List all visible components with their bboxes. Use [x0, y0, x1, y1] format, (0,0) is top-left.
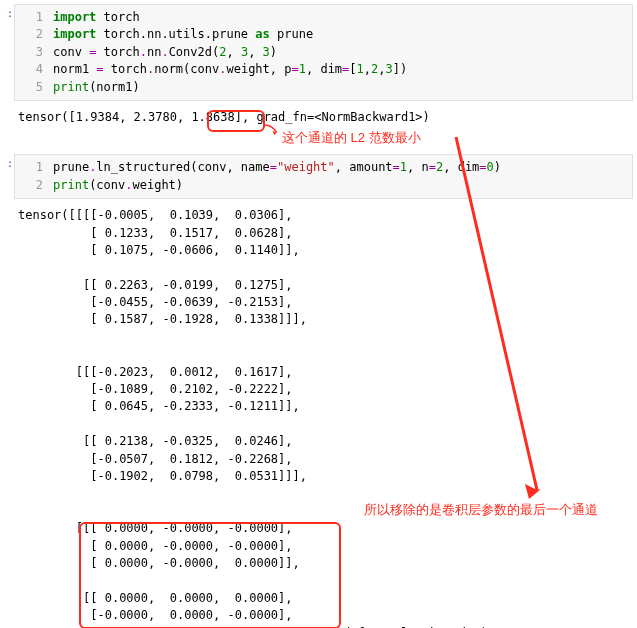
line-number: 4 — [15, 61, 53, 78]
cell-in-prompt: : — [7, 155, 15, 172]
code-line: 3conv = torch.nn.Conv2d(2, 3, 3) — [15, 44, 632, 61]
output-2: tensor([[[[-0.0005, 0.1039, 0.0306], [ 0… — [10, 201, 637, 628]
code-line: 1prune.ln_structured(conv, name="weight"… — [15, 159, 632, 176]
line-number: 2 — [15, 177, 53, 194]
code-line: 5print(norm1) — [15, 79, 632, 96]
line-number: 2 — [15, 26, 53, 43]
annotation-min-norm: 这个通道的 L2 范数最小 — [282, 129, 421, 148]
code-line: 2print(conv.weight) — [15, 177, 632, 194]
annotation-removed-channel: 所以移除的是卷积层参数的最后一个通道 — [364, 501, 598, 520]
code-text: import torch — [53, 9, 632, 26]
code-line: 1import torch — [15, 9, 632, 26]
line-number: 1 — [15, 159, 53, 176]
code-text: conv = torch.nn.Conv2d(2, 3, 3) — [53, 44, 632, 61]
code-cell-2: : 1prune.ln_structured(conv, name="weigh… — [14, 154, 633, 199]
code-text: norm1 = torch.norm(conv.weight, p=1, dim… — [53, 61, 632, 78]
code-text: import torch.nn.utils.prune as prune — [53, 26, 632, 43]
code-text: prune.ln_structured(conv, name="weight",… — [53, 159, 632, 176]
code-text: print(norm1) — [53, 79, 632, 96]
code-line: 4norm1 = torch.norm(conv.weight, p=1, di… — [15, 61, 632, 78]
code-cell-1: : 1import torch2import torch.nn.utils.pr… — [14, 4, 633, 101]
output-1: tensor([1.9384, 2.3780, 1.8638], grad_fn… — [10, 103, 637, 132]
cell-in-prompt: : — [7, 5, 15, 22]
code-line: 2import torch.nn.utils.prune as prune — [15, 26, 632, 43]
line-number: 5 — [15, 79, 53, 96]
line-number: 3 — [15, 44, 53, 61]
line-number: 1 — [15, 9, 53, 26]
code-text: print(conv.weight) — [53, 177, 632, 194]
